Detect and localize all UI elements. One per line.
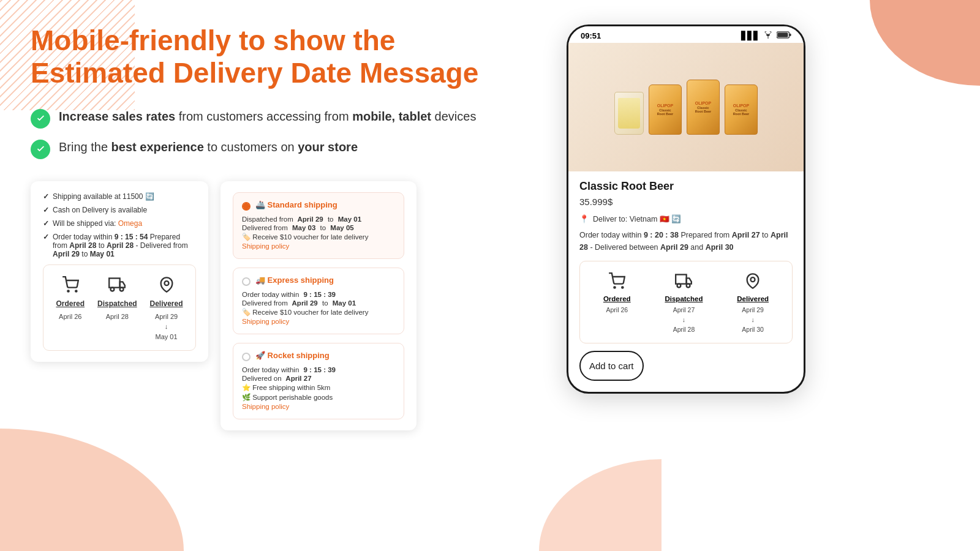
shipping-policy-link-express[interactable]: Shipping policy bbox=[242, 318, 289, 325]
product-image: OLIPOP ClassicRoot Beer OLIPOP ClassicRo… bbox=[568, 43, 804, 171]
timeline-step-delivered: Delivered April 29↓May 01 bbox=[150, 274, 183, 342]
option-row-voucher-express: 🏷️ Receive $10 voucher for late delivery bbox=[242, 308, 395, 317]
card-row-via: ✓ Will be shipped via: Omega bbox=[43, 219, 196, 228]
deliver-to-text: Deliver to: Vietnam 🇻🇳 🔄 bbox=[593, 213, 681, 225]
feature-text-1: Increase sales rates from customers acce… bbox=[59, 108, 476, 125]
option-row-perishable-rocket: 🌿 Support perishable goods bbox=[242, 393, 395, 402]
option-row-order-rocket: Order today within 9 : 15 : 39 bbox=[242, 366, 395, 373]
headline: Mobile-friendly to show the Estimated De… bbox=[31, 24, 533, 89]
option-title-express: 🚚 Express shipping bbox=[255, 276, 334, 285]
phone-status-bar: 09:51 ▋▋▋ bbox=[568, 26, 804, 43]
check-mark: ✓ bbox=[43, 192, 49, 201]
shipping-options-card: 🚢 Standard shipping Dispatched from Apri… bbox=[221, 181, 417, 430]
shipping-option-express[interactable]: 🚚 Express shipping Order today within 9 … bbox=[233, 268, 404, 334]
shipping-option-standard[interactable]: 🚢 Standard shipping Dispatched from Apri… bbox=[233, 192, 404, 259]
step-ordered-date: April 26 bbox=[59, 312, 81, 322]
option-title-rocket: 🚀 Rocket shipping bbox=[255, 351, 330, 360]
option-radio-express[interactable] bbox=[242, 277, 251, 286]
delivery-countdown: Order today within 9 : 20 : 38 Prepared … bbox=[579, 229, 793, 253]
svg-rect-7 bbox=[790, 34, 791, 36]
phone-step-dispatched-label: Dispatched bbox=[665, 295, 703, 302]
svg-rect-2 bbox=[109, 278, 120, 287]
cart-icon bbox=[59, 274, 81, 296]
svg-point-0 bbox=[67, 290, 69, 291]
delivery-info: 📍 Deliver to: Vietnam 🇻🇳 🔄 Order today w… bbox=[568, 213, 804, 253]
svg-point-1 bbox=[75, 290, 77, 291]
beer-glass bbox=[614, 92, 644, 135]
phone-step-ordered-date: April 26 bbox=[606, 305, 628, 315]
card-row-order: ✓ Order today within 9 : 15 : 54 Prepare… bbox=[43, 233, 196, 258]
mock-cards-row: ✓ Shipping available at 11500 🔄 ✓ Cash o… bbox=[31, 181, 533, 430]
option-row-deliver-express: Delivered from April 29 to May 01 bbox=[242, 299, 395, 307]
phone-location-icon bbox=[742, 270, 764, 292]
option-row-policy-rocket: Shipping policy bbox=[242, 403, 395, 410]
headline-line1: Mobile-friendly to show the bbox=[31, 24, 395, 56]
step-delivered-dates: April 29↓May 01 bbox=[155, 312, 178, 342]
svg-point-14 bbox=[751, 277, 755, 282]
card-row-cod: ✓ Cash on Delivery is available bbox=[43, 206, 196, 214]
right-panel: 09:51 ▋▋▋ bbox=[557, 24, 815, 527]
shipping-policy-link-standard[interactable]: Shipping policy bbox=[242, 242, 289, 250]
option-radio-rocket[interactable] bbox=[242, 353, 251, 361]
svg-point-9 bbox=[614, 287, 616, 288]
omega-link[interactable]: Omega bbox=[118, 219, 142, 228]
svg-rect-8 bbox=[777, 32, 788, 37]
step-dispatched-label: Dispatched bbox=[97, 299, 137, 308]
feature-item-1: Increase sales rates from customers acce… bbox=[31, 108, 533, 129]
product-price: 35.999$ bbox=[579, 197, 793, 207]
option-row-voucher-standard: 🏷️ Receive $10 voucher for late delivery bbox=[242, 233, 395, 241]
phone-mockup: 09:51 ▋▋▋ bbox=[567, 24, 805, 394]
phone-step-delivered-label: Delivered bbox=[737, 295, 769, 302]
option-row-policy-express: Shipping policy bbox=[242, 318, 395, 325]
step-ordered-label: Ordered bbox=[56, 299, 85, 308]
add-to-cart-button[interactable]: Add to cart bbox=[579, 351, 644, 381]
main-container: Mobile-friendly to show the Estimated De… bbox=[0, 0, 980, 551]
beer-can-2: OLIPOP ClassicRoot Beer bbox=[687, 80, 720, 135]
left-panel: Mobile-friendly to show the Estimated De… bbox=[31, 24, 533, 527]
phone-step-delivered-dates: April 29↓April 30 bbox=[742, 305, 764, 334]
phone-truck-icon bbox=[673, 270, 695, 292]
check-icon-1 bbox=[31, 109, 50, 129]
option-row-freeship-rocket: ⭐ Free shipping within 5km bbox=[242, 383, 395, 392]
svg-point-13 bbox=[687, 284, 690, 288]
phone-step-ordered: Ordered April 26 bbox=[603, 270, 631, 315]
product-name: Classic Root Beer bbox=[579, 180, 793, 193]
svg-point-5 bbox=[164, 281, 168, 285]
option-row-deliver-rocket: Delivered on April 27 bbox=[242, 375, 395, 382]
phone-step-dispatched-dates: April 27↓April 28 bbox=[673, 305, 695, 334]
option-row-dispatch-standard: Dispatched from April 29 to May 01 bbox=[242, 216, 395, 223]
beer-can-1: OLIPOP ClassicRoot Beer bbox=[649, 84, 682, 135]
option-title-standard: 🚢 Standard shipping bbox=[255, 200, 337, 209]
check-icon-2 bbox=[31, 140, 50, 159]
shipping-option-rocket[interactable]: 🚀 Rocket shipping Order today within 9 :… bbox=[233, 343, 404, 419]
phone-cart-icon bbox=[606, 270, 628, 292]
delivered-icon bbox=[156, 274, 178, 296]
battery-icon bbox=[777, 31, 791, 40]
small-card-timeline: Ordered April 26 Dispatched April 28 bbox=[43, 264, 196, 351]
features-list: Increase sales rates from customers acce… bbox=[31, 108, 533, 159]
shipping-info-card: ✓ Shipping available at 11500 🔄 ✓ Cash o… bbox=[31, 181, 208, 362]
signal-icon: ▋▋▋ bbox=[741, 31, 760, 40]
check-mark-4: ✓ bbox=[43, 233, 49, 241]
feature-text-2: Bring the best experience to customers o… bbox=[59, 138, 358, 156]
card-row-shipping: ✓ Shipping available at 11500 🔄 bbox=[43, 192, 196, 201]
pin-icon: 📍 bbox=[579, 213, 589, 225]
delivery-location: 📍 Deliver to: Vietnam 🇻🇳 🔄 bbox=[579, 213, 793, 225]
product-info: Classic Root Beer 35.999$ bbox=[568, 171, 804, 207]
shipping-policy-link-rocket[interactable]: Shipping policy bbox=[242, 403, 289, 410]
svg-point-4 bbox=[120, 287, 124, 291]
beer-can-3: OLIPOP ClassicRoot Beer bbox=[725, 84, 758, 135]
status-right-icons: ▋▋▋ bbox=[741, 31, 791, 40]
option-radio-standard[interactable] bbox=[242, 202, 251, 211]
svg-point-3 bbox=[111, 287, 115, 291]
timeline-step-dispatched: Dispatched April 28 bbox=[97, 274, 137, 322]
timeline-step-ordered: Ordered April 26 bbox=[56, 274, 85, 322]
wifi-icon bbox=[763, 31, 773, 40]
headline-line2: Estimated Delivery Date Message bbox=[31, 57, 478, 89]
phone-step-delivered: Delivered April 29↓April 30 bbox=[737, 270, 769, 334]
phone-step-dispatched: Dispatched April 27↓April 28 bbox=[665, 270, 703, 334]
option-row-order-express: Order today within 9 : 15 : 39 bbox=[242, 291, 395, 298]
check-mark-3: ✓ bbox=[43, 219, 49, 228]
option-row-deliver-standard: Delivered from May 03 to May 05 bbox=[242, 224, 395, 231]
svg-point-10 bbox=[622, 287, 623, 288]
